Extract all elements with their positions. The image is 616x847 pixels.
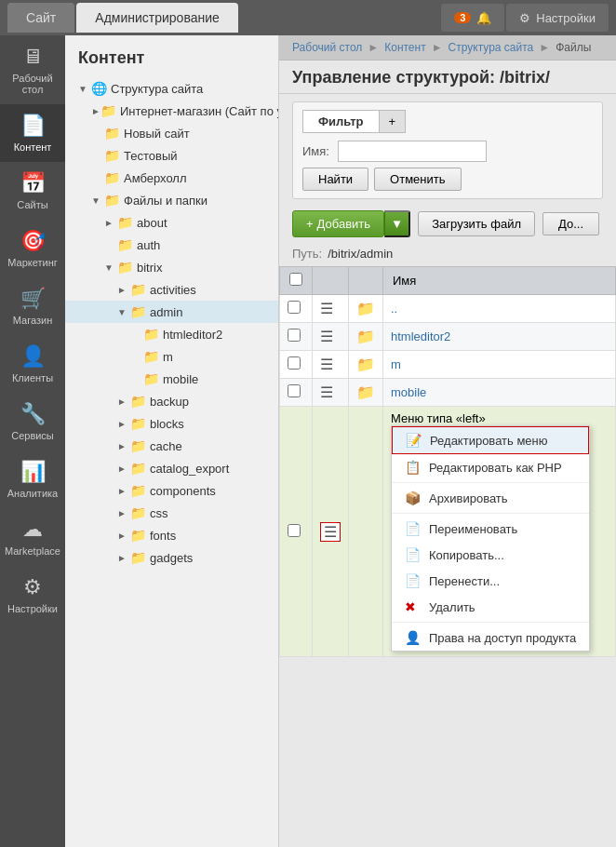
sidebar-item-shop[interactable]: 🛒 Магазин <box>0 277 65 335</box>
settings-tab-button[interactable]: ⚙ Настройки <box>506 4 609 32</box>
filter-tab-label: Фильтр <box>318 114 364 128</box>
file-link-up[interactable]: .. <box>391 302 397 316</box>
tree-item-htmleditor2[interactable]: 📁 htmleditor2 <box>65 323 278 345</box>
rename-icon: 📄 <box>405 521 422 536</box>
upload-button[interactable]: Загрузить файл <box>418 211 535 236</box>
tree-item-new-site-label: Новый сайт <box>124 127 190 141</box>
filter-tab-filter[interactable]: Фильтр <box>302 110 380 133</box>
context-menu-item-rename-label: Переименовать <box>429 522 517 536</box>
tab-admin[interactable]: Администрирование <box>76 3 238 33</box>
add-button-group: + Добавить ▼ <box>292 210 410 237</box>
menu-icon-up[interactable]: ☰ <box>320 301 333 316</box>
tree-item-backup[interactable]: ► 📁 backup <box>65 390 278 412</box>
more-button[interactable]: До... <box>542 212 599 235</box>
tree-item-about[interactable]: ► 📁 about <box>65 211 278 234</box>
copy-icon: 📄 <box>405 547 422 562</box>
context-menu-item-copy-label: Копировать... <box>429 548 504 562</box>
breadcrumb-content[interactable]: Контент <box>384 41 425 54</box>
tree-item-components[interactable]: ► 📁 components <box>65 479 278 502</box>
folder-icon-cache: 📁 <box>130 438 146 453</box>
tree-item-amberholl[interactable]: 📁 Амберхолл <box>65 167 278 189</box>
file-link-htmleditor2[interactable]: htmleditor2 <box>391 329 450 343</box>
select-all-checkbox[interactable] <box>289 273 302 286</box>
sidebar-item-marketing[interactable]: 🎯 Маркетинг <box>0 220 65 277</box>
row-checkbox-up[interactable] <box>288 301 301 314</box>
folder-icon-bitrix: 📁 <box>117 260 133 275</box>
sidebar-item-clients[interactable]: 👤 Клиенты <box>0 335 65 393</box>
tree-item-test[interactable]: 📁 Тестовый <box>65 144 278 167</box>
context-menu-item-rename[interactable]: 📄 Переименовать <box>392 516 589 542</box>
tree-item-m[interactable]: 📁 m <box>65 345 278 368</box>
tree-item-internet-shop-label: Интернет-магазин (Сайт по у <box>120 104 279 118</box>
name-cell-m: m <box>383 351 616 379</box>
context-menu-item-delete[interactable]: ✖ Удалить <box>392 594 589 620</box>
folder-icon-auth: 📁 <box>117 237 133 252</box>
tree-item-files-folders[interactable]: ▼ 📁 Файлы и папки <box>65 189 278 211</box>
tree-item-css[interactable]: ► 📁 css <box>65 502 278 524</box>
tree-item-gadgets[interactable]: ► 📁 gadgets <box>65 546 278 569</box>
tree-item-new-site[interactable]: 📁 Новый сайт <box>65 122 278 144</box>
breadcrumb-structure[interactable]: Структура сайта <box>449 41 534 54</box>
path-bar: Путь: /bitrix/admin <box>279 243 616 266</box>
add-arrow-button[interactable]: ▼ <box>384 210 410 237</box>
tree-item-auth[interactable]: 📁 auth <box>65 234 278 256</box>
sidebar-item-desktop[interactable]: 🖥 Рабочий стол <box>0 35 65 104</box>
context-menu-item-archive[interactable]: 📦 Архивировать <box>392 485 589 511</box>
tree-item-catalog-export[interactable]: ► 📁 catalog_export <box>65 457 278 479</box>
row-checkbox-m[interactable] <box>288 356 301 370</box>
context-menu-item-move[interactable]: 📄 Перенести... <box>392 568 589 594</box>
context-menu-item-edit-menu[interactable]: 📝 Редактировать меню <box>392 426 589 454</box>
edit-menu-icon: 📝 <box>406 433 422 448</box>
folder-icon-test: 📁 <box>104 148 120 163</box>
tree-item-internet-shop[interactable]: ► 📁 Интернет-магазин (Сайт по у <box>65 100 278 122</box>
menu-icon-mobile[interactable]: ☰ <box>320 384 333 400</box>
top-tab-bar: Сайт Администрирование 3 🔔 ⚙ Настройки <box>0 0 616 35</box>
archive-icon: 📦 <box>405 491 422 505</box>
sidebar-item-sites[interactable]: 📅 Сайты <box>0 162 65 220</box>
tree-item-bitrix-label: bitrix <box>137 261 162 275</box>
plus-icon: + <box>306 217 314 231</box>
context-menu-item-delete-label: Удалить <box>429 600 475 614</box>
context-menu-item-copy[interactable]: 📄 Копировать... <box>392 542 589 568</box>
file-link-m[interactable]: m <box>391 357 401 371</box>
tree-item-site-structure[interactable]: ▼ 🌐 Структура сайта <box>65 77 278 100</box>
breadcrumb-sep2: ► <box>432 41 443 54</box>
menu-icon-m[interactable]: ☰ <box>320 356 333 372</box>
tree-item-fonts[interactable]: ► 📁 fonts <box>65 524 278 546</box>
folder-icon-backup: 📁 <box>130 394 146 409</box>
tree-item-blocks[interactable]: ► 📁 blocks <box>65 412 278 435</box>
sidebar-item-content[interactable]: 📄 Контент <box>0 104 65 162</box>
tree-item-bitrix[interactable]: ▼ 📁 bitrix <box>65 256 278 278</box>
arrow-catalog-export: ► <box>117 464 130 474</box>
sidebar-item-services[interactable]: 🔧 Сервисы <box>0 393 65 450</box>
tree-item-mobile[interactable]: 📁 mobile <box>65 368 278 390</box>
th-icon <box>349 267 383 295</box>
menu-icon-left-menu[interactable]: ☰ <box>320 522 341 542</box>
filter-tab-plus[interactable]: + <box>380 110 407 133</box>
find-button[interactable]: Найти <box>302 168 368 191</box>
row-checkbox-mobile[interactable] <box>288 384 301 397</box>
row-checkbox-left-menu[interactable] <box>288 524 301 537</box>
icon-cell-left-menu <box>349 407 383 657</box>
context-menu-item-access[interactable]: 👤 Права на доступ продукта <box>392 625 589 651</box>
file-link-mobile[interactable]: mobile <box>391 385 426 399</box>
breadcrumb-desktop[interactable]: Рабочий стол <box>292 41 362 54</box>
context-menu-item-edit-php[interactable]: 📋 Редактировать как PHP <box>392 454 589 480</box>
filter-name-input[interactable] <box>338 141 487 162</box>
notifications-button[interactable]: 3 🔔 <box>441 4 504 32</box>
arrow-activities: ► <box>117 285 130 295</box>
row-checkbox-htmleditor2[interactable] <box>288 329 301 342</box>
menu-icon-htmleditor2[interactable]: ☰ <box>320 329 333 344</box>
sidebar-item-analytics[interactable]: 📊 Аналитика <box>0 450 65 508</box>
tree-item-admin[interactable]: ▼ 📁 admin <box>65 301 278 323</box>
sidebar-item-marketplace[interactable]: ☁ Marketplace <box>0 508 65 566</box>
gear-icon-top: ⚙ <box>519 11 530 25</box>
tree-item-activities[interactable]: ► 📁 activities <box>65 278 278 301</box>
tab-site[interactable]: Сайт <box>7 3 74 33</box>
tree-item-cache[interactable]: ► 📁 cache <box>65 435 278 457</box>
add-button[interactable]: + Добавить <box>292 210 384 237</box>
sidebar-item-settings[interactable]: ⚙ Настройки <box>0 566 65 624</box>
tree-header: Контент <box>65 35 278 77</box>
menu-cell-left-menu: ☰ <box>313 407 349 657</box>
cancel-button[interactable]: Отменить <box>374 168 461 191</box>
